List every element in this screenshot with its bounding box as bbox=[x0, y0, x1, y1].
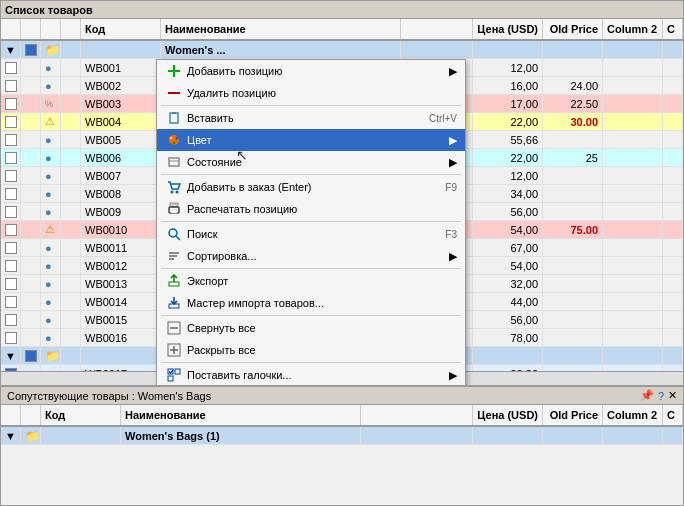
menu-item-add-order-label: Добавить в заказ (Enter) bbox=[187, 181, 437, 193]
color-icon bbox=[165, 131, 183, 149]
submenu-arrow-state: ▶ bbox=[449, 156, 457, 169]
col-col2: Column 2 bbox=[603, 19, 663, 39]
menu-item-expand[interactable]: Раскрыть все bbox=[157, 339, 465, 361]
menu-item-collapse[interactable]: Свернуть все bbox=[157, 317, 465, 339]
window-title: Список товаров bbox=[5, 4, 93, 16]
print-icon bbox=[165, 200, 183, 218]
svg-rect-4 bbox=[172, 112, 176, 114]
add-order-icon bbox=[165, 178, 183, 196]
td-icon: 📁 bbox=[41, 41, 61, 58]
svg-point-8 bbox=[173, 142, 176, 145]
col-spacer bbox=[401, 19, 473, 39]
menu-item-import[interactable]: Мастер импорта товаров... bbox=[157, 292, 465, 314]
svg-rect-29 bbox=[175, 369, 180, 374]
svg-point-16 bbox=[169, 229, 177, 237]
submenu-arrow-add: ▶ bbox=[449, 65, 457, 78]
menu-item-delete-label: Удалить позицию bbox=[187, 87, 457, 99]
menu-separator-4 bbox=[161, 268, 461, 269]
sort-icon bbox=[165, 247, 183, 265]
col-icon3 bbox=[61, 19, 81, 39]
col-check bbox=[1, 19, 21, 39]
td-oldprice bbox=[543, 41, 603, 58]
btcol-price: Цена (USD) bbox=[473, 405, 543, 425]
menu-item-search[interactable]: Поиск F3 bbox=[157, 223, 465, 245]
state-icon bbox=[165, 153, 183, 171]
title-bar: Список товаров bbox=[1, 1, 683, 19]
menu-item-state[interactable]: Состояние ▶ bbox=[157, 151, 465, 173]
col-price: Цена (USD) bbox=[473, 19, 543, 39]
menu-item-sort[interactable]: Сортировка... ▶ bbox=[157, 245, 465, 267]
svg-line-17 bbox=[176, 236, 180, 240]
btcol-icon bbox=[21, 405, 41, 425]
menu-item-color-label: Цвет bbox=[187, 134, 445, 146]
menu-item-add-order[interactable]: Добавить в заказ (Enter) F9 bbox=[157, 176, 465, 198]
td-sp bbox=[401, 41, 473, 58]
btcol-c: C bbox=[663, 405, 683, 425]
table-row[interactable]: ▼ 📁 Women's ... bbox=[1, 41, 683, 59]
menu-item-paste-shortcut: Ctrl+V bbox=[429, 113, 457, 124]
expand-icon bbox=[165, 341, 183, 359]
menu-item-add-order-shortcut: F9 bbox=[445, 182, 457, 193]
svg-rect-2 bbox=[168, 92, 180, 94]
col-name: Наименование bbox=[161, 19, 401, 39]
menu-item-add[interactable]: Добавить позицию ▶ bbox=[157, 60, 465, 82]
menu-separator-2 bbox=[161, 174, 461, 175]
export-icon bbox=[165, 272, 183, 290]
bottom-panel-close-icon[interactable]: ✕ bbox=[668, 389, 677, 402]
bottom-panel-pin-icon[interactable]: 📌 bbox=[640, 389, 654, 402]
bottom-panel-help-icon[interactable]: ? bbox=[658, 390, 664, 402]
menu-item-export[interactable]: Экспорт bbox=[157, 270, 465, 292]
menu-item-print[interactable]: Распечатать позицию bbox=[157, 198, 465, 220]
check-all-icon bbox=[165, 366, 183, 384]
menu-item-paste-label: Вставить bbox=[187, 112, 421, 124]
td-check: ▼ bbox=[1, 41, 21, 58]
td-code bbox=[81, 41, 161, 58]
svg-rect-15 bbox=[171, 210, 177, 213]
svg-point-6 bbox=[170, 137, 173, 140]
td-warn bbox=[61, 41, 81, 58]
main-table-area: Код Наименование Цена (USD) Old Price Co… bbox=[1, 19, 683, 385]
bottom-table-body: ▼ 📁 Women's Bags (1) bbox=[1, 427, 683, 505]
menu-item-search-label: Поиск bbox=[187, 228, 437, 240]
menu-item-print-label: Распечатать позицию bbox=[187, 203, 457, 215]
menu-item-search-shortcut: F3 bbox=[445, 229, 457, 240]
add-position-icon bbox=[165, 62, 183, 80]
submenu-arrow-sort: ▶ bbox=[449, 250, 457, 263]
collapse-icon bbox=[165, 319, 183, 337]
menu-separator-3 bbox=[161, 221, 461, 222]
menu-item-collapse-label: Свернуть все bbox=[187, 322, 457, 334]
menu-item-delete[interactable]: Удалить позицию bbox=[157, 82, 465, 104]
submenu-arrow-color: ▶ bbox=[449, 134, 457, 147]
paste-icon bbox=[165, 109, 183, 127]
bottom-panel: Сопутствующие товары : Women's Bags 📌 ? … bbox=[1, 385, 683, 505]
menu-item-color[interactable]: Цвет ▶ bbox=[157, 129, 465, 151]
menu-separator-6 bbox=[161, 362, 461, 363]
menu-item-sort-label: Сортировка... bbox=[187, 250, 445, 262]
svg-point-7 bbox=[176, 137, 179, 140]
table-header: Код Наименование Цена (USD) Old Price Co… bbox=[1, 19, 683, 41]
btcol-col2: Column 2 bbox=[603, 405, 663, 425]
col-old-price: Old Price bbox=[543, 19, 603, 39]
menu-item-paste[interactable]: Вставить Ctrl+V bbox=[157, 107, 465, 129]
btcol-check bbox=[1, 405, 21, 425]
menu-item-check-all[interactable]: Поставить галочки... ▶ bbox=[157, 364, 465, 385]
bottom-panel-title: Сопутствующие товары : Women's Bags 📌 ? … bbox=[1, 387, 683, 405]
td-c bbox=[663, 41, 683, 58]
delete-position-icon bbox=[165, 84, 183, 102]
td-price bbox=[473, 41, 543, 58]
bottom-title-text: Сопутствующие товары : Women's Bags bbox=[7, 390, 211, 402]
btcol-name: Наименование bbox=[121, 405, 361, 425]
menu-item-state-label: Состояние bbox=[187, 156, 445, 168]
menu-item-expand-label: Раскрыть все bbox=[187, 344, 457, 356]
submenu-arrow-check: ▶ bbox=[449, 369, 457, 382]
svg-rect-3 bbox=[170, 113, 178, 123]
col-code: Код bbox=[81, 19, 161, 39]
btcol-sp bbox=[361, 405, 473, 425]
svg-rect-21 bbox=[169, 282, 179, 286]
svg-rect-30 bbox=[168, 376, 173, 381]
bottom-table-row[interactable]: ▼ 📁 Women's Bags (1) bbox=[1, 427, 683, 445]
col-icon1 bbox=[21, 19, 41, 39]
menu-item-add-label: Добавить позицию bbox=[187, 65, 445, 77]
td-col2 bbox=[603, 41, 663, 58]
main-window: Список товаров Код Наименование Цена (US… bbox=[0, 0, 684, 506]
